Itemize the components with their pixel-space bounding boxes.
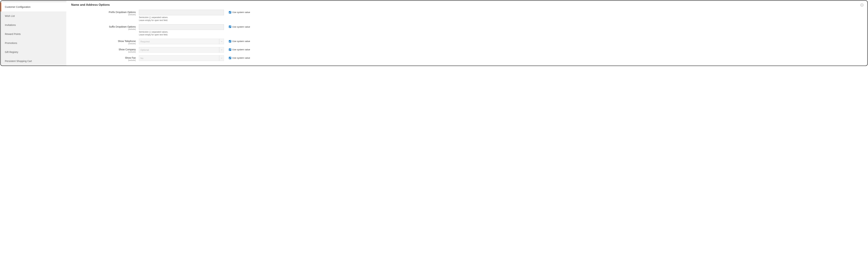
- field-label: Show Telephone: [118, 40, 136, 42]
- use-system-value-checkbox-prefix[interactable]: [229, 11, 231, 13]
- sidebar-item-wish-list[interactable]: Wish List: [1, 11, 66, 21]
- field-label: Show Company: [119, 48, 136, 51]
- use-system-value-label: Use system value: [232, 57, 250, 59]
- sidebar-item-label: Wish List: [5, 14, 15, 18]
- sidebar-item-label: Reward Points: [5, 33, 21, 35]
- field-hint: Semicolon (;) separated values.: [139, 31, 224, 33]
- sidebar-item-label: Invitations: [5, 24, 16, 26]
- prefix-dropdown-options-input[interactable]: [139, 10, 224, 15]
- suffix-dropdown-options-input[interactable]: [139, 24, 224, 30]
- field-hint: Leave empty for open text field.: [139, 19, 224, 22]
- field-hint: Semicolon (;) separated values.: [139, 16, 224, 19]
- use-system-value-label: Use system value: [232, 26, 250, 28]
- chevron-up-icon: [861, 4, 863, 6]
- field-row-suffix: Suffix Dropdown Options [website] Semico…: [71, 24, 863, 36]
- use-system-value-checkbox-company[interactable]: [229, 49, 231, 51]
- use-system-value-label: Use system value: [232, 11, 250, 13]
- use-system-value-checkbox-fax[interactable]: [229, 57, 231, 59]
- collapse-section-icon[interactable]: [860, 3, 864, 7]
- use-system-value-label: Use system value: [232, 40, 250, 42]
- field-label: Suffix Dropdown Options: [109, 25, 136, 28]
- field-scope: [website]: [71, 51, 136, 53]
- section-title: Name and Address Options: [66, 1, 867, 10]
- field-scope: [website]: [71, 59, 136, 61]
- sidebar-item-label: Promotions: [5, 42, 17, 44]
- field-scope: [website]: [71, 13, 136, 15]
- sidebar-item-label: Gift Registry: [5, 51, 18, 54]
- field-row-company: Show Company [website] Optional: [71, 47, 863, 53]
- field-label: Prefix Dropdown Options: [109, 11, 136, 13]
- show-fax-select[interactable]: No: [139, 55, 224, 61]
- field-hint: Leave empty for open text field.: [139, 33, 224, 36]
- sidebar-item-label: Customer Configuration: [5, 5, 31, 8]
- use-system-value-checkbox-telephone[interactable]: [229, 40, 231, 42]
- field-scope: [website]: [71, 28, 136, 30]
- use-system-value-checkbox-suffix[interactable]: [229, 26, 231, 28]
- sidebar-item-invitations[interactable]: Invitations: [1, 21, 66, 30]
- sidebar-item-persistent-shopping-cart[interactable]: Persistent Shopping Cart: [1, 57, 66, 66]
- main-panel: Name and Address Options Prefix Dropdown…: [66, 1, 867, 66]
- field-row-prefix: Prefix Dropdown Options [website] Semico…: [71, 10, 863, 22]
- sidebar-item-customer-configuration[interactable]: Customer Configuration: [1, 2, 66, 11]
- use-system-value-label: Use system value: [232, 48, 250, 51]
- sidebar-item-gift-registry[interactable]: Gift Registry: [1, 47, 66, 57]
- sidebar-item-promotions[interactable]: Promotions: [1, 38, 66, 47]
- field-row-telephone: Show Telephone [website] Required: [71, 39, 863, 44]
- field-label: Show Fax: [125, 56, 136, 59]
- config-sidebar: Customer Configuration Wish List Invitat…: [1, 1, 66, 66]
- field-row-fax: Show Fax [website] No: [71, 55, 863, 61]
- field-scope: [website]: [71, 42, 136, 44]
- show-company-select[interactable]: Optional: [139, 47, 224, 53]
- sidebar-item-label: Persistent Shopping Cart: [5, 60, 32, 62]
- show-telephone-select[interactable]: Required: [139, 39, 224, 44]
- sidebar-item-reward-points[interactable]: Reward Points: [1, 30, 66, 38]
